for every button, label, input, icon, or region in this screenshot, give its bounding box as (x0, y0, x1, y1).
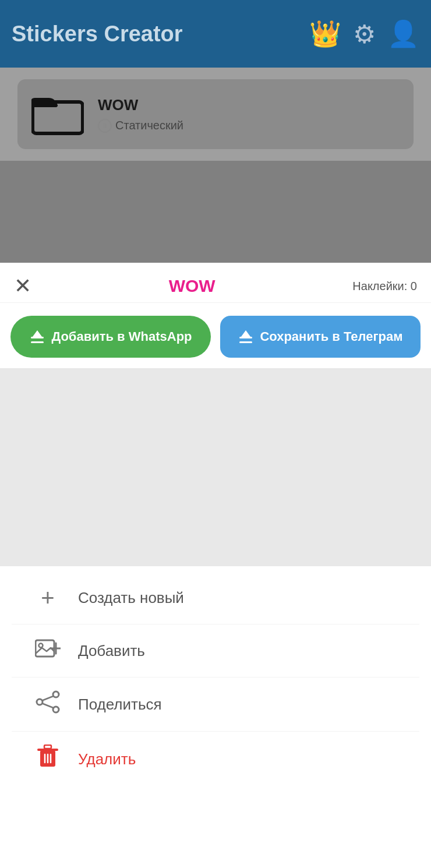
close-button[interactable]: ✕ (14, 276, 31, 297)
menu-item-delete[interactable]: Удалить (0, 732, 431, 786)
pack-name: WOW (98, 96, 183, 114)
delete-icon (35, 744, 61, 774)
gear-icon[interactable]: ⚙ (353, 19, 376, 49)
svg-rect-6 (239, 341, 252, 343)
action-buttons-row: Добавить в WhatsApp Сохранить в Телеграм (0, 303, 431, 368)
pack-info: WOW ⏸ Статический (98, 96, 183, 133)
svg-point-13 (37, 699, 43, 705)
plus-icon: + (35, 585, 61, 611)
menu-item-create-new[interactable]: + Создать новый (0, 572, 431, 624)
pack-type: ⏸ Статический (98, 119, 183, 133)
svg-line-14 (43, 696, 54, 701)
pack-title-label: WOW (169, 276, 216, 296)
svg-line-15 (43, 704, 54, 708)
action-bar: ✕ WOW Наклейки: 0 (0, 263, 431, 303)
pack-card[interactable]: WOW ⏸ Статический (17, 79, 414, 149)
svg-point-8 (39, 644, 43, 648)
bottom-menu: + Создать новый Добавить Подел (0, 566, 431, 792)
app-header: Stickers Creator 👑 ⚙ 👤 (0, 0, 431, 68)
save-to-telegram-button[interactable]: Сохранить в Телеграм (220, 316, 421, 358)
telegram-upload-icon (238, 329, 254, 345)
person-icon[interactable]: 👤 (387, 19, 419, 49)
menu-item-share[interactable]: Поделиться (0, 678, 431, 731)
svg-rect-1 (31, 337, 44, 338)
static-badge-icon: ⏸ (98, 119, 112, 133)
share-label: Поделиться (78, 696, 162, 714)
svg-rect-3 (31, 341, 44, 343)
svg-rect-18 (44, 745, 51, 749)
add-to-whatsapp-button[interactable]: Добавить в WhatsApp (10, 316, 211, 358)
menu-item-add[interactable]: Добавить (0, 624, 431, 677)
sticker-count-label: Наклейки: 0 (352, 280, 417, 293)
svg-marker-2 (33, 330, 42, 337)
whatsapp-upload-icon (29, 329, 45, 345)
stickers-grid-area (0, 368, 431, 566)
gray-background-section (0, 161, 431, 263)
svg-rect-4 (239, 337, 252, 338)
app-title: Stickers Creator (12, 22, 183, 47)
folder-icon (31, 91, 84, 137)
pack-card-section: WOW ⏸ Статический (0, 68, 431, 161)
svg-marker-5 (241, 330, 250, 337)
add-label: Добавить (78, 642, 145, 660)
create-new-label: Создать новый (78, 589, 184, 607)
delete-label: Удалить (78, 750, 136, 768)
share-icon (35, 690, 61, 718)
add-image-icon (35, 637, 61, 664)
crown-icon[interactable]: 👑 (309, 19, 341, 49)
header-icon-group: 👑 ⚙ 👤 (309, 19, 419, 49)
